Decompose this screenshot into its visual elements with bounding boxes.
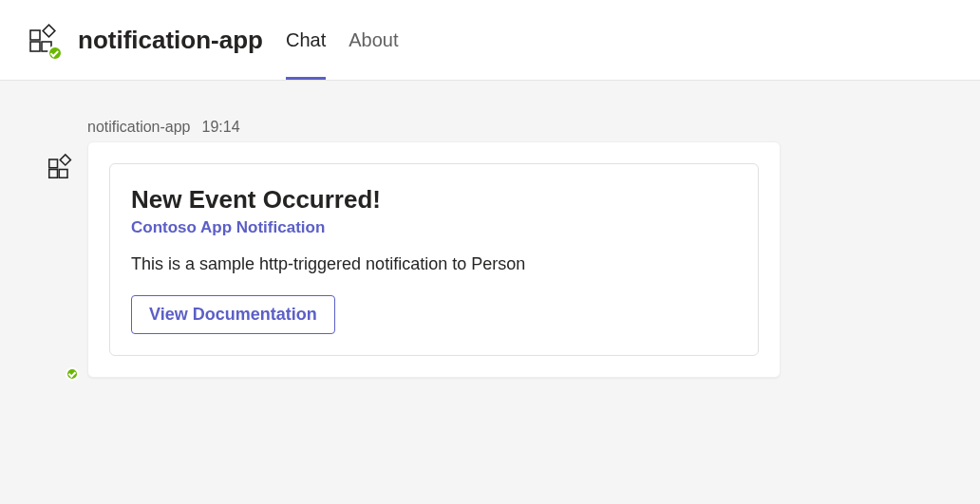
chat-content: notification-app 19:14 New Event Occurre… — [0, 81, 980, 416]
svg-rect-0 — [30, 30, 40, 40]
svg-rect-4 — [49, 159, 58, 168]
card-body: This is a sample http-triggered notifica… — [131, 254, 737, 274]
svg-rect-3 — [43, 25, 55, 37]
app-title: notification-app — [78, 26, 263, 55]
svg-rect-5 — [49, 170, 58, 178]
message-card: New Event Occurred! Contoso App Notifica… — [87, 141, 781, 378]
tab-about[interactable]: About — [349, 0, 398, 80]
card-title: New Event Occurred! — [131, 185, 737, 215]
tabs: Chat About — [286, 0, 399, 80]
card-subtitle: Contoso App Notification — [131, 218, 737, 237]
view-documentation-button[interactable]: View Documentation — [131, 295, 335, 334]
svg-rect-7 — [60, 155, 70, 165]
message-sender: notification-app — [87, 119, 191, 136]
app-icon-container — [28, 23, 59, 57]
message-header: notification-app 19:14 — [87, 119, 781, 136]
message-avatar — [47, 153, 74, 378]
message-row: notification-app 19:14 New Event Occurre… — [47, 119, 933, 378]
svg-rect-6 — [59, 170, 67, 178]
presence-available-icon — [47, 46, 63, 61]
message-content: notification-app 19:14 New Event Occurre… — [87, 119, 781, 378]
adaptive-card: New Event Occurred! Contoso App Notifica… — [109, 163, 759, 356]
presence-available-icon — [66, 367, 79, 381]
svg-rect-1 — [30, 42, 40, 51]
tab-chat[interactable]: Chat — [286, 0, 326, 80]
message-timestamp: 19:14 — [202, 119, 240, 136]
apps-icon — [47, 153, 74, 179]
app-header: notification-app Chat About — [0, 0, 980, 81]
